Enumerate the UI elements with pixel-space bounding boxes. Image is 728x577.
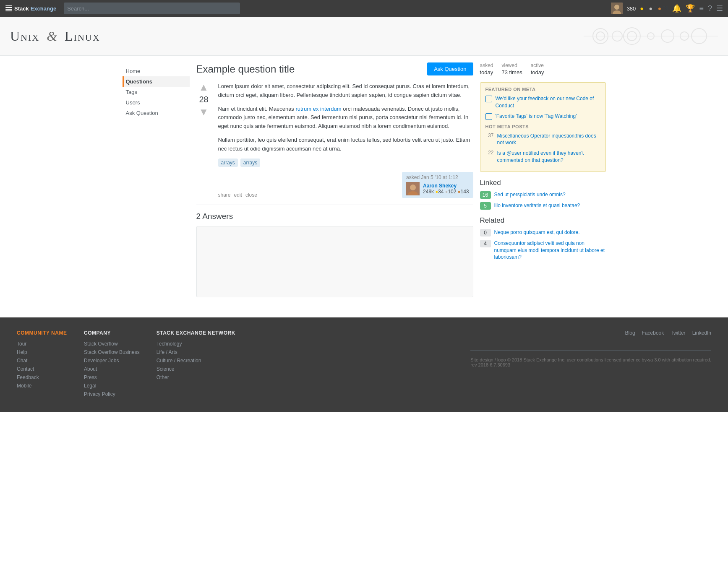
- site-title-amp: &: [47, 29, 61, 44]
- stat-viewed-label: viewed: [502, 62, 522, 68]
- footer-social-blog[interactable]: Blog: [625, 330, 635, 336]
- tag-arrays-2[interactable]: arrays: [240, 159, 260, 167]
- svg-point-5: [614, 5, 619, 10]
- answer-placeholder: [196, 226, 473, 297]
- footer-social-linkedin[interactable]: LinkedIn: [692, 330, 711, 336]
- question-header: Example question title Ask Question: [196, 62, 473, 75]
- hot-meta-link-1[interactable]: Miscellaneous Operator inquestion:this d…: [497, 133, 600, 147]
- footer-rev: rev 2018.6.7.30693: [470, 362, 510, 367]
- search-bar[interactable]: [64, 3, 240, 14]
- tag-arrays-1[interactable]: arrays: [218, 159, 238, 167]
- question-paragraph-3: Nullam porttitor, leo quis eleifend cons…: [218, 136, 473, 153]
- achievements-icon[interactable]: 🏆: [686, 4, 695, 13]
- related-item-1: 0 Neque porro quisquam est, qui dolore.: [480, 229, 606, 237]
- footer-link-stackoverflow[interactable]: Stack Overflow: [84, 341, 140, 347]
- stat-active-value: today: [531, 69, 544, 75]
- related-link-1[interactable]: Neque porro quisquam est, qui dolore.: [494, 229, 580, 236]
- share-link[interactable]: share: [218, 192, 231, 198]
- site-header: Unix & Linux: [0, 17, 728, 56]
- user-gold-count: 34: [438, 189, 444, 195]
- meta-post-link-1[interactable]: We'd like your feedback on our new Code …: [496, 95, 600, 109]
- user-badges: 249k ●34 ●102 ●143: [423, 189, 469, 195]
- user-avatar-img: [611, 3, 623, 14]
- vote-up-button[interactable]: ▲: [199, 82, 209, 92]
- sidebar-item-tags[interactable]: Tags: [123, 87, 190, 97]
- gold-dot-icon: ●: [640, 5, 643, 12]
- footer-network-column: STACK EXCHANGE NETWORK Technology Life /…: [157, 330, 235, 400]
- edit-link[interactable]: edit: [234, 192, 242, 198]
- help-icon[interactable]: ?: [708, 4, 712, 13]
- footer-link-about[interactable]: About: [84, 366, 140, 372]
- meta-post-icon-2: [485, 113, 492, 120]
- para2-before: Nam et tincidunt elit. Maecenas: [218, 106, 296, 112]
- left-sidebar: Home Questions Tags Users Ask Question: [123, 62, 190, 297]
- stat-active-label: active: [531, 62, 544, 68]
- footer-link-help[interactable]: Help: [17, 349, 67, 355]
- username[interactable]: Aaron Shekey: [423, 183, 469, 189]
- linked-link-1[interactable]: Sed ut perspiciatis unde omnis?: [494, 191, 566, 198]
- footer-network-title: STACK EXCHANGE NETWORK: [157, 330, 235, 336]
- decoration-svg: [584, 23, 718, 49]
- hot-meta-count-1: 37: [485, 133, 494, 138]
- sidebar-item-questions[interactable]: Questions: [123, 76, 190, 87]
- hot-meta-count-2: 22: [485, 150, 494, 156]
- vote-down-button[interactable]: ▼: [199, 107, 209, 117]
- avatar[interactable]: [611, 3, 623, 14]
- footer-link-legal[interactable]: Legal: [84, 383, 140, 389]
- linked-title: Linked: [480, 179, 606, 187]
- footer-network-link-arts[interactable]: Life / Arts: [157, 349, 235, 355]
- related-item-2: 4 Consequuntor adipisci velit sed quia n…: [480, 240, 606, 261]
- meta-post-item-2: 'Favorite Tags' is now 'Tag Watching': [485, 113, 600, 120]
- footer-network-link-tech[interactable]: Technology: [157, 341, 235, 347]
- meta-post-icon-1: [485, 96, 492, 102]
- social-links: Blog Facebook Twitter LinkedIn: [625, 330, 711, 338]
- footer-link-privacy[interactable]: Privacy Policy: [84, 391, 140, 397]
- reputation-score: 380: [627, 5, 636, 12]
- vote-column: ▲ 28 ▼: [196, 82, 211, 198]
- search-input[interactable]: [64, 3, 240, 14]
- footer-link-developer-jobs[interactable]: Developer Jobs: [84, 358, 140, 364]
- footer-link-feedback[interactable]: Feedback: [17, 374, 67, 380]
- user-bronze-count: 143: [460, 189, 469, 195]
- footer-network-link-other[interactable]: Other: [157, 374, 235, 380]
- footer-social-twitter[interactable]: Twitter: [671, 330, 685, 336]
- stat-asked-label: asked: [480, 62, 493, 68]
- stat-viewed: viewed 73 times: [502, 62, 522, 75]
- sidebar-item-ask[interactable]: Ask Question: [123, 108, 190, 118]
- meta-post-link-2[interactable]: 'Favorite Tags' is now 'Tag Watching': [496, 113, 577, 120]
- site-logo-topbar[interactable]: StackExchange: [5, 5, 56, 12]
- question-paragraph-1: Lorem ipsum dolor sit amet, consectetur …: [218, 82, 473, 100]
- inbox-icon[interactable]: 🔔: [672, 4, 681, 13]
- vote-count: 28: [199, 95, 208, 104]
- linked-score-1: 16: [480, 191, 491, 199]
- hot-meta-item-1: 37 Miscellaneous Operator inquestion:thi…: [485, 133, 600, 147]
- review-icon[interactable]: ≡: [699, 4, 704, 13]
- sidebar-item-home[interactable]: Home: [123, 66, 190, 76]
- sidebar-nav: Home Questions Tags Users Ask Question: [123, 66, 190, 118]
- hot-meta-link-2[interactable]: Is a @user notified even if they haven't…: [497, 150, 600, 164]
- footer-network-link-culture[interactable]: Culture / Recreation: [157, 358, 235, 364]
- inline-link[interactable]: rutrum ex interdum: [295, 106, 341, 112]
- hamburger-icon[interactable]: ☰: [716, 4, 723, 13]
- question-stats: asked today viewed 73 times active today: [480, 62, 606, 75]
- sidebar-item-users[interactable]: Users: [123, 97, 190, 108]
- footer-link-press[interactable]: Press: [84, 374, 140, 380]
- close-link[interactable]: close: [245, 192, 257, 198]
- footer-link-contact[interactable]: Contact: [17, 366, 67, 372]
- footer-social-facebook[interactable]: Facebook: [642, 330, 664, 336]
- meta-post-item-1: We'd like your feedback on our new Code …: [485, 95, 600, 109]
- topbar-right: 380 ●1 ●8 ●29 🔔 🏆 ≡ ? ☰: [611, 3, 723, 14]
- footer-link-stackoverflow-business[interactable]: Stack Overflow Business: [84, 349, 140, 355]
- action-links: share edit close: [218, 192, 257, 198]
- linked-link-2[interactable]: Illo inventore veritatis et quasi beatae…: [494, 202, 580, 209]
- user-card-inner: Aaron Shekey 249k ●34 ●102 ●143: [406, 182, 469, 195]
- related-link-2[interactable]: Consequuntor adipisci velit sed quia non…: [494, 240, 606, 261]
- footer-bottom: Site design / logo © 2018 Stack Exchange…: [470, 350, 711, 367]
- ask-question-button[interactable]: Ask Question: [427, 62, 473, 75]
- footer-link-mobile[interactable]: Mobile: [17, 383, 67, 389]
- footer-link-chat[interactable]: Chat: [17, 358, 67, 364]
- footer-network-link-science[interactable]: Science: [157, 366, 235, 372]
- main-container: Home Questions Tags Users Ask Question E…: [112, 56, 616, 304]
- bronze-count: 29: [663, 5, 668, 11]
- footer-link-tour[interactable]: Tour: [17, 341, 67, 347]
